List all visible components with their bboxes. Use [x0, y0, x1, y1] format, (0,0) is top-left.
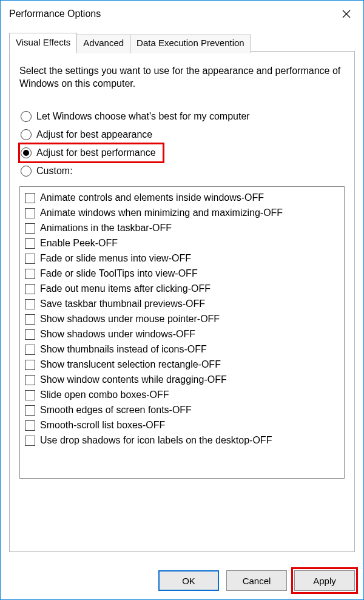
checkbox-label: Show shadows under windows-OFF	[40, 329, 195, 339]
checkbox-icon	[25, 436, 35, 446]
effect-checkbox-row[interactable]: Smooth-scroll list boxes-OFF	[25, 418, 342, 433]
effect-checkbox-row[interactable]: Slide open combo boxes-OFF	[25, 388, 342, 403]
radio-custom[interactable]: Custom:	[19, 162, 345, 180]
effect-checkbox-row[interactable]: Animate windows when minimizing and maxi…	[25, 206, 342, 221]
close-button[interactable]	[332, 1, 361, 27]
checkbox-icon	[25, 223, 35, 234]
titlebar: Performance Options	[1, 1, 363, 27]
radio-label: Adjust for best performance	[36, 147, 156, 158]
effect-checkbox-row[interactable]: Show thumbnails instead of icons-OFF	[25, 342, 342, 357]
button-label: Apply	[313, 576, 336, 586]
tab-label: Visual Effects	[16, 37, 70, 47]
checkbox-icon	[25, 254, 35, 264]
tab-advanced[interactable]: Advanced	[76, 35, 130, 53]
radio-icon	[21, 129, 32, 140]
checkbox-icon	[25, 329, 35, 340]
checkbox-icon	[25, 284, 35, 294]
checkbox-icon	[25, 238, 35, 249]
radio-icon	[21, 166, 32, 177]
effect-checkbox-row[interactable]: Fade or slide menus into view-OFF	[25, 251, 342, 266]
checkbox-label: Animations in the taskbar-OFF	[40, 223, 172, 233]
intro-text: Select the settings you want to use for …	[19, 65, 345, 90]
tab-label: Advanced	[83, 38, 124, 48]
highlight-box: Adjust for best performance	[19, 144, 163, 162]
checkbox-label: Animate windows when minimizing and maxi…	[40, 208, 283, 218]
checkbox-label: Use drop shadows for icon labels on the …	[40, 436, 272, 445]
checkbox-label: Animate controls and elements inside win…	[40, 193, 264, 203]
tab-visual-effects[interactable]: Visual Effects	[9, 33, 77, 52]
close-icon	[342, 10, 351, 18]
radio-label: Let Windows choose what's best for my co…	[36, 111, 250, 122]
checkbox-label: Smooth-scroll list boxes-OFF	[40, 420, 165, 430]
effect-checkbox-row[interactable]: Save taskbar thumbnail previews-OFF	[25, 297, 342, 312]
dialog-buttons: OK Cancel Apply	[158, 570, 355, 591]
checkbox-label: Slide open combo boxes-OFF	[40, 390, 169, 400]
checkbox-icon	[25, 314, 35, 325]
effect-checkbox-row[interactable]: Use drop shadows for icon labels on the …	[25, 433, 342, 448]
checkbox-label: Show translucent selection rectangle-OFF	[40, 360, 221, 369]
effect-checkbox-row[interactable]: Show translucent selection rectangle-OFF	[25, 357, 342, 372]
effect-checkbox-row[interactable]: Smooth edges of screen fonts-OFF	[25, 403, 342, 418]
checkbox-icon	[25, 299, 35, 309]
checkbox-icon	[25, 269, 35, 279]
window-title: Performance Options	[9, 8, 332, 19]
checkbox-icon	[25, 193, 35, 203]
checkbox-icon	[25, 390, 35, 400]
radio-icon	[21, 147, 32, 158]
checkbox-label: Fade or slide menus into view-OFF	[40, 254, 191, 263]
checkbox-icon	[25, 345, 35, 355]
effect-checkbox-row[interactable]: Animations in the taskbar-OFF	[25, 221, 342, 236]
effect-checkbox-row[interactable]: Fade out menu items after clicking-OFF	[25, 281, 342, 297]
effect-checkbox-row[interactable]: Fade or slide ToolTips into view-OFF	[25, 266, 342, 281]
effect-checkbox-row[interactable]: Show shadows under windows-OFF	[25, 327, 342, 342]
checkbox-label: Fade out menu items after clicking-OFF	[40, 284, 211, 294]
button-label: OK	[182, 576, 195, 586]
checkbox-label: Save taskbar thumbnail previews-OFF	[40, 299, 205, 309]
checkbox-icon	[25, 420, 35, 431]
checkbox-icon	[25, 360, 35, 370]
performance-mode-radiogroup: Let Windows choose what's best for my co…	[19, 107, 345, 180]
client-area: Visual Effects Advanced Data Execution P…	[1, 27, 363, 552]
effect-checkbox-row[interactable]: Show shadows under mouse pointer-OFF	[25, 312, 342, 327]
tab-dep[interactable]: Data Execution Prevention	[130, 35, 251, 53]
radio-best-appearance[interactable]: Adjust for best appearance	[19, 126, 345, 144]
effects-checklist[interactable]: Animate controls and elements inside win…	[19, 186, 345, 479]
checkbox-label: Fade or slide ToolTips into view-OFF	[40, 269, 198, 278]
radio-label: Adjust for best appearance	[36, 129, 152, 140]
radio-best-performance[interactable]: Adjust for best performance	[19, 144, 157, 162]
apply-button[interactable]: Apply	[294, 570, 355, 591]
effect-checkbox-row[interactable]: Enable Peek-OFF	[25, 236, 342, 251]
radio-icon	[21, 111, 32, 122]
checkbox-label: Enable Peek-OFF	[40, 238, 118, 248]
tab-label: Data Execution Prevention	[136, 38, 244, 48]
checkbox-icon	[25, 405, 35, 416]
radio-label: Custom:	[36, 166, 73, 177]
checkbox-label: Show shadows under mouse pointer-OFF	[40, 314, 220, 324]
ok-button[interactable]: OK	[158, 570, 219, 591]
checkbox-icon	[25, 375, 35, 385]
tabpanel-visual-effects: Select the settings you want to use for …	[9, 51, 355, 552]
radio-let-windows-choose[interactable]: Let Windows choose what's best for my co…	[19, 107, 345, 126]
effect-checkbox-row[interactable]: Show window contents while dragging-OFF	[25, 372, 342, 388]
checkbox-label: Smooth edges of screen fonts-OFF	[40, 405, 192, 415]
button-label: Cancel	[243, 576, 271, 586]
checkbox-icon	[25, 208, 35, 218]
tabstrip: Visual Effects Advanced Data Execution P…	[9, 33, 355, 52]
effect-checkbox-row[interactable]: Animate controls and elements inside win…	[25, 190, 342, 206]
checkbox-label: Show window contents while dragging-OFF	[40, 375, 227, 385]
cancel-button[interactable]: Cancel	[226, 570, 287, 591]
checkbox-label: Show thumbnails instead of icons-OFF	[40, 345, 207, 354]
